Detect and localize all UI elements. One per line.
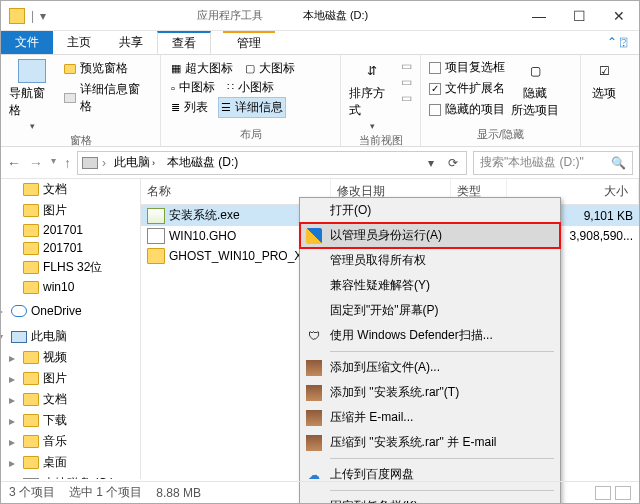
tree-videos[interactable]: ▸视频 bbox=[1, 347, 140, 368]
up-button[interactable]: ↑ bbox=[64, 155, 71, 171]
view-small-icons[interactable]: ∷ 小图标 bbox=[225, 78, 276, 97]
address-bar-row: ← → ▾ ↑ › 此电脑 › 本地磁盘 (D:) ▾ ⟳ 搜索"本地磁盘 (D… bbox=[1, 147, 639, 179]
ctx-compress-rar-email[interactable]: 压缩到 "安装系统.rar" 并 E-mail bbox=[300, 430, 560, 455]
status-size: 8.88 MB bbox=[156, 486, 201, 500]
context-menu: 打开(O) 以管理员身份运行(A) 管理员取得所有权 兼容性疑难解答(Y) 固定… bbox=[299, 197, 561, 504]
search-box[interactable]: 搜索"本地磁盘 (D:)" 🔍 bbox=[473, 151, 633, 175]
view-thumbnails-icon[interactable] bbox=[615, 486, 631, 500]
tree-drive-c[interactable]: ▸本地磁盘 (C:) bbox=[1, 473, 140, 479]
ctx-compat[interactable]: 兼容性疑难解答(Y) bbox=[300, 273, 560, 298]
minimize-button[interactable]: — bbox=[519, 1, 559, 31]
winrar-icon bbox=[306, 410, 322, 426]
defender-icon: 🛡 bbox=[306, 328, 322, 344]
checkbox-file-ext[interactable]: ✓文件扩展名 bbox=[429, 80, 505, 97]
group-by-icon[interactable]: ▭ bbox=[401, 59, 412, 73]
ctx-defender[interactable]: 🛡使用 Windows Defender扫描... bbox=[300, 323, 560, 348]
status-item-count: 3 个项目 bbox=[9, 484, 55, 501]
hide-selected-button[interactable]: ▢ 隐藏 所选项目 bbox=[511, 59, 559, 119]
address-dropdown-icon[interactable]: ▾ bbox=[422, 156, 440, 170]
address-bar[interactable]: › 此电脑 › 本地磁盘 (D:) ▾ ⟳ bbox=[77, 151, 467, 175]
tab-view[interactable]: 查看 bbox=[157, 31, 211, 54]
status-bar: 3 个项目 选中 1 个项目 8.88 MB bbox=[1, 481, 639, 503]
ctx-compress-email[interactable]: 压缩并 E-mail... bbox=[300, 405, 560, 430]
tree-201701a[interactable]: 201701 bbox=[1, 221, 140, 239]
size-columns-icon[interactable]: ▭ bbox=[401, 91, 412, 105]
view-details[interactable]: ☰ 详细信息 bbox=[218, 97, 286, 118]
ctx-pin-start[interactable]: 固定到"开始"屏幕(P) bbox=[300, 298, 560, 323]
folder-icon bbox=[147, 248, 165, 264]
folder-icon bbox=[9, 8, 25, 24]
tree-documents2[interactable]: ▸文档 bbox=[1, 389, 140, 410]
breadcrumb-this-pc: 此电脑 › bbox=[110, 154, 159, 171]
tab-file[interactable]: 文件 bbox=[1, 31, 53, 54]
view-extra-large-icons[interactable]: ▦ 超大图标 bbox=[169, 59, 235, 78]
tree-downloads[interactable]: ▸下载 bbox=[1, 410, 140, 431]
tab-share[interactable]: 共享 bbox=[105, 31, 157, 54]
status-selected: 选中 1 个项目 bbox=[69, 484, 142, 501]
sort-button[interactable]: ⇵ 排序方式 ▾ bbox=[349, 59, 395, 131]
ribbon-collapse-icon[interactable]: ⌃ ⍰ bbox=[595, 31, 639, 54]
view-medium-icons[interactable]: ▫ 中图标 bbox=[169, 78, 217, 97]
nav-pane-button[interactable]: 导航窗格 ▾ bbox=[9, 59, 56, 131]
window-title: 本地磁盘 (D:) bbox=[303, 8, 368, 23]
tree-onedrive[interactable]: ▸OneDrive bbox=[1, 302, 140, 320]
ctx-separator bbox=[330, 351, 554, 352]
add-columns-icon[interactable]: ▭ bbox=[401, 75, 412, 89]
ctx-admin-owner[interactable]: 管理员取得所有权 bbox=[300, 248, 560, 273]
exe-icon bbox=[147, 208, 165, 224]
ctx-run-as-admin[interactable]: 以管理员身份运行(A) bbox=[300, 223, 560, 248]
tree-201701b[interactable]: 201701 bbox=[1, 239, 140, 257]
details-pane-button[interactable]: 详细信息窗格 bbox=[62, 80, 152, 116]
tree-pictures[interactable]: 图片 bbox=[1, 200, 140, 221]
tab-home[interactable]: 主页 bbox=[53, 31, 105, 54]
ctx-separator bbox=[330, 458, 554, 459]
tree-pictures2[interactable]: ▸图片 bbox=[1, 368, 140, 389]
file-icon bbox=[147, 228, 165, 244]
winrar-icon bbox=[306, 385, 322, 401]
checkbox-item-checkboxes[interactable]: 项目复选框 bbox=[429, 59, 505, 76]
winrar-icon bbox=[306, 435, 322, 451]
ctx-add-rar[interactable]: 添加到 "安装系统.rar"(T) bbox=[300, 380, 560, 405]
breadcrumb-drive: 本地磁盘 (D:) bbox=[163, 154, 242, 171]
maximize-button[interactable]: ☐ bbox=[559, 1, 599, 31]
tree-music[interactable]: ▸音乐 bbox=[1, 431, 140, 452]
ribbon-tabs: 文件 主页 共享 查看 管理 ⌃ ⍰ bbox=[1, 31, 639, 55]
ribbon: 导航窗格 ▾ 预览窗格 详细信息窗格 窗格 ▦ 超大图标 ▢ 大图标 ▫ 中图标… bbox=[1, 55, 639, 147]
ctx-add-archive[interactable]: 添加到压缩文件(A)... bbox=[300, 355, 560, 380]
nav-tree[interactable]: 文档 图片 201701 201701 FLHS 32位 win10 ▸OneD… bbox=[1, 179, 141, 479]
preview-pane-button[interactable]: 预览窗格 bbox=[62, 59, 152, 78]
recent-locations-icon[interactable]: ▾ bbox=[51, 155, 56, 171]
options-button[interactable]: ☑ 选项 bbox=[589, 59, 619, 102]
tree-flhs[interactable]: FLHS 32位 bbox=[1, 257, 140, 278]
title-bar: | ▾ 应用程序工具 本地磁盘 (D:) — ☐ ✕ bbox=[1, 1, 639, 31]
winrar-icon bbox=[306, 360, 322, 376]
checkbox-hidden-items[interactable]: 隐藏的项目 bbox=[429, 101, 505, 118]
tab-manage[interactable]: 管理 bbox=[223, 31, 275, 54]
shield-icon bbox=[306, 228, 322, 244]
forward-button[interactable]: → bbox=[29, 155, 43, 171]
tree-win10[interactable]: win10 bbox=[1, 278, 140, 296]
search-icon: 🔍 bbox=[611, 156, 626, 170]
drive-icon bbox=[82, 157, 98, 169]
quick-access: | ▾ bbox=[1, 8, 46, 24]
tree-this-pc[interactable]: ▾此电脑 bbox=[1, 326, 140, 347]
view-large-icons[interactable]: ▢ 大图标 bbox=[243, 59, 297, 78]
close-button[interactable]: ✕ bbox=[599, 1, 639, 31]
tree-desktop[interactable]: ▸桌面 bbox=[1, 452, 140, 473]
back-button[interactable]: ← bbox=[7, 155, 21, 171]
ctx-open[interactable]: 打开(O) bbox=[300, 198, 560, 223]
qat-divider: | bbox=[31, 9, 34, 23]
contextual-tab-label: 应用程序工具 bbox=[197, 8, 263, 23]
refresh-icon[interactable]: ⟳ bbox=[444, 156, 462, 170]
tree-documents[interactable]: 文档 bbox=[1, 179, 140, 200]
view-list[interactable]: ≣ 列表 bbox=[169, 97, 210, 118]
view-details-icon[interactable] bbox=[595, 486, 611, 500]
